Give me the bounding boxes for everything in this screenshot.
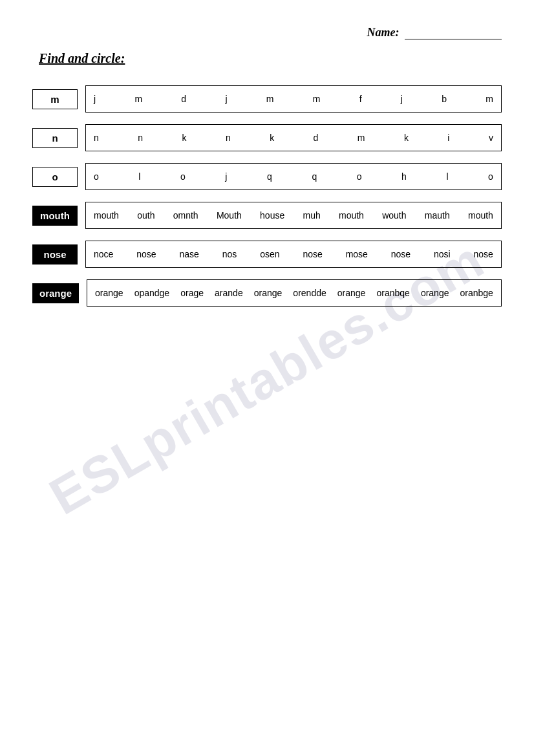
option-n-8: i (447, 133, 449, 143)
option-nose-4: osen (260, 249, 279, 259)
option-mouth-5: muh (303, 210, 321, 221)
option-nose-7: nose (391, 249, 411, 259)
options-box-nose: nocenosenasenososennosemosenosenosinose (85, 241, 502, 268)
option-n-1: n (138, 133, 143, 143)
option-orange-7: oranbqe (376, 288, 409, 298)
exercise-area: mjmdjmmfjbmnnnknkdmkivoolojqqohlomouthmo… (32, 85, 502, 307)
label-box-mouth: mouth (32, 206, 78, 226)
header: Name: (32, 26, 502, 39)
name-label: Name: (367, 26, 400, 39)
option-m-9: m (486, 94, 493, 104)
option-nose-5: nose (303, 249, 322, 259)
option-o-1: l (138, 171, 140, 182)
option-mouth-3: Mouth (217, 210, 242, 221)
exercise-row-mouth: mouthmouthouthomnthMouthhousemuhmouthwou… (32, 202, 502, 229)
label-box-n: n (32, 128, 78, 148)
option-m-6: f (359, 94, 362, 104)
option-mouth-4: house (260, 210, 284, 221)
option-m-1: m (134, 94, 142, 104)
option-o-4: q (267, 171, 272, 182)
option-n-4: k (270, 133, 274, 143)
option-mouth-6: mouth (339, 210, 364, 221)
label-box-orange: orange (32, 283, 79, 303)
option-n-0: n (94, 133, 99, 143)
option-n-3: n (226, 133, 231, 143)
option-orange-6: orange (337, 288, 366, 298)
label-box-nose: nose (32, 244, 78, 265)
options-box-mouth: mouthouthomnthMouthhousemuhmouthwouthmau… (85, 202, 502, 229)
option-orange-2: orage (180, 288, 204, 298)
option-nose-8: nosi (434, 249, 451, 259)
option-o-3: j (225, 171, 227, 182)
option-nose-0: noce (94, 249, 113, 259)
option-orange-5: orendde (293, 288, 326, 298)
option-mouth-9: mouth (468, 210, 493, 221)
option-o-0: o (94, 171, 99, 182)
option-nose-1: nose (136, 249, 156, 259)
option-n-9: v (489, 133, 493, 143)
option-o-5: q (312, 171, 317, 182)
option-n-5: d (314, 133, 319, 143)
option-nose-9: nose (474, 249, 493, 259)
exercise-row-m: mjmdjmmfjbm (32, 85, 502, 113)
option-nose-6: mose (346, 249, 368, 259)
option-m-7: j (401, 94, 403, 104)
option-mouth-7: wouth (382, 210, 406, 221)
option-orange-8: orange (421, 288, 449, 298)
option-o-2: o (180, 171, 186, 182)
option-m-8: b (442, 94, 447, 104)
options-box-n: nnknkdmkiv (85, 124, 502, 151)
exercise-row-orange: orangeorangeopandgeoragearandeorangeoren… (32, 279, 502, 307)
option-nose-3: nos (222, 249, 237, 259)
label-box-m: m (32, 89, 78, 109)
option-orange-1: opandge (134, 288, 170, 298)
option-o-7: h (401, 171, 407, 182)
option-orange-3: arande (215, 288, 243, 298)
option-mouth-8: mauth (425, 210, 450, 221)
option-m-4: m (266, 94, 274, 104)
option-o-6: o (357, 171, 362, 182)
option-n-6: m (358, 133, 365, 143)
name-underline (405, 39, 502, 39)
option-orange-4: orange (254, 288, 283, 298)
option-mouth-1: outh (137, 210, 155, 221)
option-m-5: m (313, 94, 321, 104)
option-m-3: j (225, 94, 227, 104)
label-box-o: o (32, 167, 78, 187)
options-box-o: olojqqohlo (85, 163, 502, 190)
page-title: Find and circle: (39, 51, 502, 66)
option-m-0: j (94, 94, 96, 104)
option-o-9: o (488, 171, 493, 182)
option-o-8: l (446, 171, 448, 182)
option-orange-0: orange (95, 288, 123, 298)
options-box-m: jmdjmmfjbm (85, 85, 502, 113)
options-box-orange: orangeopandgeoragearandeorangeorenddeora… (87, 279, 502, 307)
exercise-row-nose: nosenocenosenasenososennosemosenosenosin… (32, 241, 502, 268)
option-mouth-0: mouth (94, 210, 119, 221)
option-nose-2: nase (179, 249, 198, 259)
option-n-7: k (404, 133, 409, 143)
option-orange-9: oranbge (460, 288, 493, 298)
exercise-row-n: nnnknkdmkiv (32, 124, 502, 151)
option-m-2: d (181, 94, 186, 104)
option-mouth-2: omnth (173, 210, 198, 221)
exercise-row-o: oolojqqohlo (32, 163, 502, 190)
option-n-2: k (182, 133, 186, 143)
